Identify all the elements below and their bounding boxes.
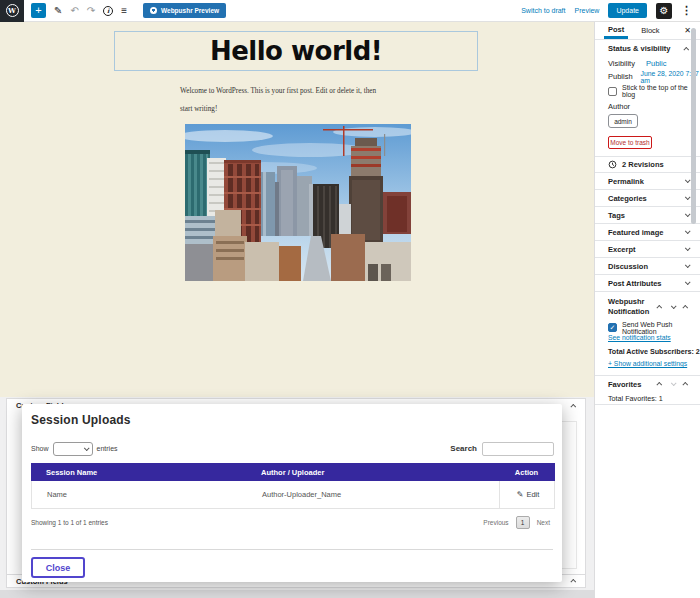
total-subscribers-text: Total Active Subscribers: 2 bbox=[595, 345, 700, 358]
stick-to-top-row: Stick to the top of the blog bbox=[595, 83, 700, 99]
clock-icon bbox=[608, 160, 617, 169]
preview-link[interactable]: Preview bbox=[575, 7, 600, 14]
show-additional-settings-link[interactable]: + Show additional settings bbox=[595, 360, 700, 371]
previous-page-button[interactable]: Previous bbox=[483, 519, 508, 526]
edit-tools-icon[interactable]: ✎ bbox=[54, 6, 62, 16]
wp-editor-screen: W + ✎ ↶ ↷ i ≡ Webpushr Preview Switch to… bbox=[0, 0, 700, 598]
sidebar-panel-post-attributes[interactable]: Post Attributes bbox=[595, 274, 700, 291]
move-up-icon[interactable] bbox=[656, 382, 662, 388]
sidebar-panel-categories[interactable]: Categories bbox=[595, 189, 700, 206]
post-image-block[interactable] bbox=[185, 124, 411, 281]
cell-session-name: Name bbox=[32, 481, 247, 508]
webpushr-panel-title: Webpushr Notification bbox=[608, 297, 652, 317]
add-block-button[interactable]: + bbox=[31, 3, 46, 18]
column-header-session-name[interactable]: Session Name bbox=[31, 463, 246, 481]
webpushr-preview-button[interactable]: Webpushr Preview bbox=[143, 3, 226, 18]
send-push-row: ✓ Send Web Push Notification bbox=[595, 321, 700, 334]
show-label: Show bbox=[31, 445, 49, 452]
sidebar-panel-excerpt[interactable]: Excerpt bbox=[595, 240, 700, 257]
post-title-block[interactable]: Hello world! bbox=[114, 31, 478, 71]
edit-pencil-icon: ✎ bbox=[517, 490, 524, 499]
close-sidebar-icon[interactable]: ✕ bbox=[684, 22, 691, 39]
move-to-trash-button[interactable]: Move to trash bbox=[608, 136, 652, 149]
post-title: Hello world! bbox=[210, 36, 382, 66]
list-view-icon[interactable]: ≡ bbox=[121, 6, 127, 16]
entries-select[interactable] bbox=[53, 442, 93, 456]
table-row: Name Author-Uploader_Name ✎ Edit bbox=[31, 481, 555, 509]
undo-icon[interactable]: ↶ bbox=[70, 6, 78, 16]
showing-entries-text: Showing 1 to 1 of 1 entries bbox=[31, 519, 108, 526]
column-header-action: Action bbox=[498, 463, 555, 481]
more-options-icon[interactable]: ⋮ bbox=[681, 4, 692, 17]
chevron-down-icon bbox=[685, 211, 691, 217]
publish-row: Publish June 28, 2020 7:57 am bbox=[595, 70, 700, 83]
chevron-down-icon bbox=[685, 262, 691, 268]
chevron-down-icon bbox=[685, 177, 691, 183]
edit-button[interactable]: ✎ Edit bbox=[499, 481, 556, 508]
post-content-area: Hello world! Welcome to WordPress. This … bbox=[0, 22, 594, 397]
editor-toolbar: W + ✎ ↶ ↷ i ≡ Webpushr Preview Switch to… bbox=[0, 0, 700, 22]
switch-to-draft-link[interactable]: Switch to draft bbox=[521, 7, 565, 14]
author-select[interactable]: admin bbox=[608, 114, 638, 128]
sidebar-tabs: Post Block ✕ bbox=[595, 22, 700, 40]
visibility-label: Visibility bbox=[608, 59, 646, 68]
visibility-value-link[interactable]: Public bbox=[646, 59, 666, 68]
collapse-panel-icon[interactable] bbox=[682, 304, 688, 310]
move-down-icon[interactable] bbox=[671, 303, 677, 309]
tab-block[interactable]: Block bbox=[637, 22, 663, 39]
settings-sidebar: Post Block ✕ Status & visibility Visibil… bbox=[594, 22, 700, 598]
favorites-panel-title: Favorites bbox=[608, 380, 641, 389]
column-header-author-uploader[interactable]: Author / Uploader bbox=[246, 463, 498, 481]
sidebar-scrollbar[interactable] bbox=[691, 28, 696, 224]
move-up-icon[interactable] bbox=[656, 304, 662, 310]
panel-collapse-icon[interactable] bbox=[570, 579, 576, 585]
sidebar-panel-discussion[interactable]: Discussion bbox=[595, 257, 700, 274]
update-button[interactable]: Update bbox=[608, 3, 647, 18]
stick-to-top-checkbox[interactable] bbox=[608, 87, 617, 96]
revisions-row[interactable]: 2 Revisions bbox=[595, 156, 700, 172]
redo-icon[interactable]: ↷ bbox=[87, 6, 95, 16]
sidebar-panel-tags[interactable]: Tags bbox=[595, 206, 700, 223]
modal-title: Session Uploads bbox=[31, 413, 131, 427]
session-uploads-modal: Session Uploads Show entries Search Sess… bbox=[22, 404, 562, 582]
collapse-panel-icon[interactable] bbox=[682, 382, 688, 388]
post-paragraph-block[interactable]: Welcome to WordPress. This is your first… bbox=[180, 82, 440, 118]
publish-label: Publish bbox=[608, 72, 641, 81]
visibility-row: Visibility Public bbox=[595, 57, 700, 70]
table-header-row: Session Name Author / Uploader Action bbox=[31, 463, 555, 481]
chevron-down-icon bbox=[685, 279, 691, 285]
bottom-gray-strip bbox=[0, 590, 594, 598]
webpushr-logo-icon bbox=[150, 7, 157, 14]
next-page-button[interactable]: Next bbox=[537, 519, 550, 526]
toolbar-left-group: + ✎ ↶ ↷ i ≡ Webpushr Preview bbox=[24, 3, 226, 18]
toolbar-right-group: Switch to draft Preview Update ⚙ ⋮ bbox=[521, 3, 700, 19]
revisions-label: 2 Revisions bbox=[622, 160, 664, 169]
session-uploads-table: Session Name Author / Uploader Action Na… bbox=[31, 463, 555, 509]
chevron-down-icon bbox=[685, 245, 691, 251]
status-visibility-header[interactable]: Status & visibility bbox=[595, 40, 700, 57]
page-length-control: Show entries bbox=[31, 442, 118, 456]
chevron-down-icon bbox=[685, 228, 691, 234]
tab-post[interactable]: Post bbox=[604, 22, 628, 39]
panel-reorder-controls bbox=[658, 382, 688, 386]
notification-stats-link[interactable]: See notification stats bbox=[595, 334, 700, 345]
send-push-checkbox[interactable]: ✓ bbox=[608, 323, 617, 332]
webpushr-notification-header[interactable]: Webpushr Notification bbox=[595, 291, 700, 321]
details-info-icon[interactable]: i bbox=[103, 6, 113, 16]
edit-label: Edit bbox=[526, 490, 539, 499]
move-down-icon[interactable] bbox=[671, 380, 677, 386]
close-button[interactable]: Close bbox=[31, 557, 85, 578]
sidebar-panel-permalink[interactable]: Permalink bbox=[595, 172, 700, 189]
panel-collapse-icon[interactable] bbox=[570, 403, 576, 409]
collapse-panel-icon bbox=[683, 46, 689, 52]
search-input[interactable] bbox=[482, 442, 554, 456]
favorites-header[interactable]: Favorites bbox=[595, 375, 700, 392]
table-controls: Show entries Search bbox=[31, 441, 554, 456]
stick-to-top-label: Stick to the top of the blog bbox=[622, 84, 700, 98]
settings-gear-button[interactable]: ⚙ bbox=[656, 3, 672, 19]
wordpress-logo[interactable]: W bbox=[0, 0, 24, 22]
editor-canvas: Hello world! Welcome to WordPress. This … bbox=[0, 22, 594, 598]
page-number-button[interactable]: 1 bbox=[516, 516, 530, 529]
entries-label: entries bbox=[97, 445, 118, 452]
sidebar-panel-featured-image[interactable]: Featured image bbox=[595, 223, 700, 240]
